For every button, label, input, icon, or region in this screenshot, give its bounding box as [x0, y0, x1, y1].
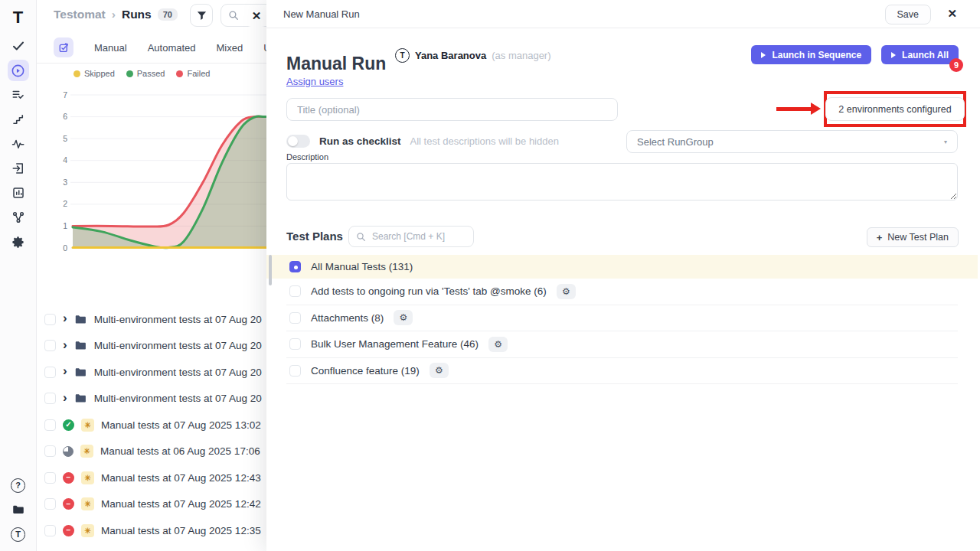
folder-icon	[74, 313, 87, 326]
description-textarea[interactable]	[286, 163, 958, 201]
svg-text:3: 3	[63, 178, 67, 187]
runs-count-badge: 70	[158, 8, 178, 21]
svg-text:4: 4	[63, 155, 67, 165]
branch-icon[interactable]	[8, 207, 29, 228]
environments-configured-button[interactable]: 2 environments configured	[825, 97, 964, 121]
checklist-label: Run as checklist	[319, 135, 401, 147]
annotation-rectangle: 2 environments configured	[824, 91, 966, 127]
status-partial-icon	[63, 446, 74, 457]
close-icon[interactable]: ✕	[947, 7, 957, 21]
chevron-right-icon[interactable]: ›	[63, 311, 67, 324]
plan-checkbox[interactable]	[289, 312, 301, 324]
run-row-manual[interactable]: − ✳ Manual tests at 07 Aug 2025 12:42 fr…	[44, 491, 268, 518]
play-icon	[891, 52, 896, 58]
chart-legend: Skipped Passed Failed	[74, 69, 210, 78]
breadcrumb-project[interactable]: Testomat	[54, 8, 106, 21]
assign-users-link[interactable]: Assign users	[286, 76, 343, 87]
launch-all-button[interactable]: Launch All 9	[881, 45, 959, 64]
runs-play-circle-icon[interactable]	[8, 60, 29, 81]
rungroup-select[interactable]: Select RunGroup ▾	[626, 130, 958, 153]
search-icon	[356, 232, 366, 242]
svg-text:1: 1	[63, 221, 67, 230]
chevron-right-icon[interactable]: ›	[63, 364, 67, 377]
drawer-title: New Manual Run	[283, 8, 360, 20]
plan-settings-gear-icon[interactable]: ⚙	[488, 337, 508, 352]
toggle-knob	[288, 136, 298, 146]
app-root: T	[0, 0, 980, 551]
manual-run-spark-icon: ✳	[81, 419, 94, 432]
launch-in-sequence-button[interactable]: Launch in Sequence	[751, 45, 871, 64]
run-row-folder[interactable]: › Multi-environment tests at 07 Aug 20	[44, 333, 268, 360]
owner-name: Yana Baranova	[415, 50, 486, 61]
test-plans-search[interactable]	[348, 226, 474, 247]
test-plans-list: All Manual Tests (131) Add tests to ongo…	[286, 255, 958, 384]
help-icon[interactable]: ?	[8, 474, 29, 496]
test-plan-row[interactable]: Bulk User Management Feature (46) ⚙	[286, 331, 958, 358]
run-row-folder[interactable]: › Multi-environment tests at 07 Aug 20	[44, 306, 268, 333]
checklist-icon[interactable]	[8, 84, 29, 106]
row-checkbox[interactable]	[44, 445, 56, 457]
plan-checkbox[interactable]	[289, 338, 301, 350]
test-plan-row[interactable]: All Manual Tests (131)	[266, 255, 978, 279]
filter-button[interactable]	[190, 4, 213, 27]
row-checkbox[interactable]	[44, 393, 56, 404]
row-checkbox[interactable]	[44, 498, 56, 510]
profile-logo-icon[interactable]: T	[8, 523, 29, 545]
plan-settings-gear-icon[interactable]: ⚙	[430, 363, 449, 378]
run-as-checklist-toggle[interactable]	[286, 135, 310, 148]
search-icon	[228, 10, 239, 21]
play-icon	[761, 52, 766, 58]
save-button[interactable]: Save	[885, 5, 932, 24]
app-logo: T	[13, 5, 23, 31]
plan-checkbox[interactable]	[289, 365, 301, 377]
passed-dot-icon	[126, 70, 133, 77]
test-plan-row[interactable]: Add tests to ongoing run via 'Tests' tab…	[286, 279, 958, 305]
test-plan-row[interactable]: Confluence feature (19) ⚙	[286, 358, 958, 385]
chevron-right-icon[interactable]: ›	[63, 391, 67, 404]
area-chart-canvas: 01234567	[44, 84, 274, 251]
tab-automated[interactable]: Automated	[148, 42, 196, 54]
legend-item-failed: Failed	[176, 69, 210, 78]
run-row-manual[interactable]: − ✳ Manual tests at 07 Aug 2025 12:43 fr…	[44, 465, 268, 491]
plan-checkbox-checked[interactable]	[289, 261, 301, 272]
checklist-toggle-row: Run as checklist All test descriptions w…	[286, 135, 559, 148]
run-row-folder[interactable]: › Multi-environment tests at 07 Aug 20	[44, 386, 268, 412]
import-icon[interactable]	[8, 158, 29, 179]
manual-run-spark-icon: ✳	[81, 524, 94, 537]
run-row-manual[interactable]: ✓ ✳ Manual tests at 07 Aug 2025 13:02 fr…	[44, 412, 268, 439]
tab-manual[interactable]: Manual	[94, 42, 127, 54]
row-checkbox[interactable]	[44, 314, 56, 325]
plan-checkbox[interactable]	[289, 285, 301, 297]
scrollbar-thumb[interactable]	[269, 255, 272, 285]
notification-badge: 9	[949, 58, 963, 72]
row-checkbox[interactable]	[44, 472, 56, 484]
page-title: Manual Run	[286, 54, 386, 74]
run-title-input[interactable]	[286, 98, 618, 121]
run-row-manual[interactable]: ✳ Manual tests at 06 Aug 2025 17:06 1	[44, 439, 268, 465]
test-plans-search-input[interactable]	[371, 230, 462, 243]
tab-mixed[interactable]: Mixed	[217, 42, 243, 54]
row-checkbox[interactable]	[44, 525, 56, 536]
run-row-manual[interactable]: − ✳ Manual tests at 07 Aug 2025 12:35 fr…	[44, 517, 268, 544]
pulse-icon[interactable]	[8, 133, 29, 155]
settings-gear-icon[interactable]	[8, 231, 29, 253]
folder-icon	[74, 339, 87, 352]
manual-run-spark-icon: ✳	[80, 445, 93, 458]
steps-icon[interactable]	[8, 109, 29, 130]
row-checkbox[interactable]	[44, 367, 56, 378]
reports-chart-icon[interactable]	[8, 182, 29, 204]
projects-folder-icon[interactable]	[8, 499, 29, 520]
plan-settings-gear-icon[interactable]: ⚙	[394, 310, 413, 325]
new-test-plan-button[interactable]: + New Test Plan	[867, 227, 959, 247]
run-row-folder[interactable]: › Multi-environment tests at 07 Aug 20	[44, 359, 268, 386]
row-checkbox[interactable]	[44, 340, 56, 351]
row-checkbox[interactable]	[44, 419, 56, 431]
run-owner: T Yana Baranova (as manager)	[395, 48, 551, 63]
close-search-button[interactable]: ✕	[245, 5, 268, 27]
test-plan-row[interactable]: Attachments (8) ⚙	[286, 305, 958, 332]
annotation-arrow	[776, 107, 812, 111]
batch-select-icon[interactable]	[54, 37, 74, 57]
tests-check-icon[interactable]	[8, 35, 29, 57]
plan-settings-gear-icon[interactable]: ⚙	[557, 284, 576, 299]
chevron-right-icon[interactable]: ›	[63, 338, 67, 351]
